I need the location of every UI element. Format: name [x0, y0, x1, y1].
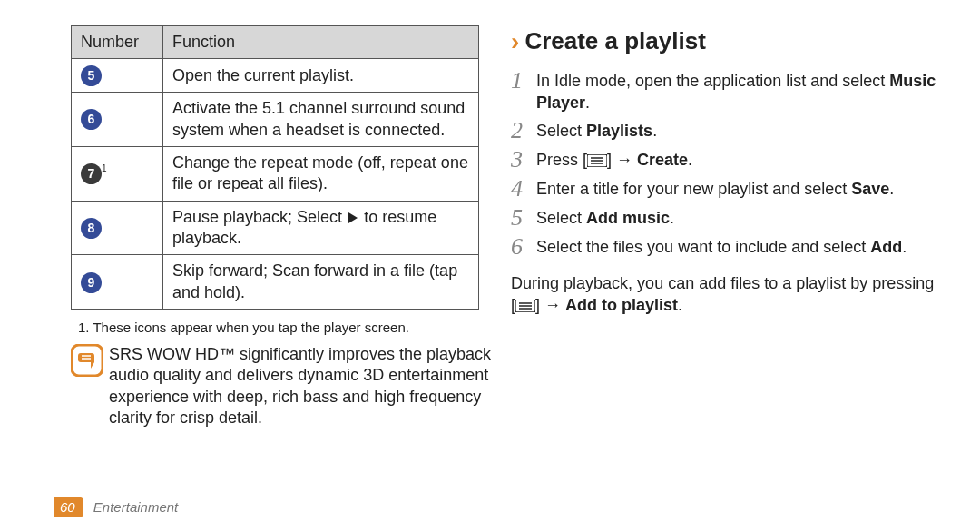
number-circle-icon: 5	[81, 65, 102, 86]
step-number: 3	[511, 148, 536, 172]
row-number-cell: 71	[72, 146, 163, 201]
step-text: Press [] → Create.	[536, 148, 942, 171]
step-number: 5	[511, 206, 536, 230]
step-number: 4	[511, 177, 536, 201]
step-item: 4Enter a title for your new playlist and…	[511, 177, 942, 201]
content-columns: Number Function 5Open the current playli…	[71, 25, 942, 429]
step-text: Select Add music.	[536, 206, 942, 229]
step-text: Select the files you want to include and…	[536, 235, 942, 258]
step-text: Enter a title for your new playlist and …	[536, 177, 942, 200]
step-number: 1	[511, 69, 536, 93]
row-number-cell: 8	[72, 201, 163, 255]
step-text: Select Playlists.	[536, 119, 942, 142]
chevron-right-icon: ›	[511, 25, 519, 58]
table-row: 8Pause playback; Select to resume playba…	[72, 201, 479, 255]
row-function-cell: Skip forward; Scan forward in a file (ta…	[163, 255, 479, 310]
row-function-cell: Activate the 5.1 channel surround sound …	[163, 93, 479, 147]
after-steps-text: During playback, you can add files to a …	[511, 273, 942, 316]
number-circle-icon: 8	[81, 218, 102, 239]
note-icon	[71, 344, 103, 377]
number-circle-icon: 9	[81, 272, 102, 293]
header-number: Number	[72, 26, 163, 59]
table-row: 6Activate the 5.1 channel surround sound…	[72, 93, 479, 147]
row-number-cell: 6	[72, 93, 163, 147]
document-page: Number Function 5Open the current playli…	[0, 0, 980, 532]
section-title: › Create a playlist	[511, 25, 942, 58]
function-table: Number Function 5Open the current playli…	[71, 25, 479, 310]
number-circle-icon: 7	[81, 163, 102, 184]
step-item: 6Select the files you want to include an…	[511, 235, 942, 259]
step-number: 6	[511, 235, 536, 259]
footnote-ref: 1	[102, 163, 107, 173]
header-function: Function	[163, 26, 479, 59]
page-footer: 60 Entertainment	[54, 497, 178, 518]
row-function-cell: Open the current playlist.	[163, 59, 479, 93]
step-item: 2Select Playlists.	[511, 119, 942, 143]
step-number: 2	[511, 119, 536, 143]
note-text: SRS WOW HD™ significantly improves the p…	[109, 344, 493, 429]
right-column: › Create a playlist 1In Idle mode, open …	[511, 25, 942, 429]
footnote: 1. These icons appear when you tap the p…	[78, 319, 493, 337]
table-header-row: Number Function	[72, 26, 479, 59]
number-circle-icon: 6	[81, 109, 102, 130]
step-item: 1In Idle mode, open the application list…	[511, 69, 942, 113]
row-number-cell: 5	[72, 59, 163, 93]
table-row: 9Skip forward; Scan forward in a file (t…	[72, 255, 479, 310]
step-item: 3Press [] → Create.	[511, 148, 942, 172]
table-row: 5Open the current playlist.	[72, 59, 479, 93]
step-item: 5Select Add music.	[511, 206, 942, 230]
table-row: 71Change the repeat mode (off, repeat on…	[72, 146, 479, 201]
note-row: SRS WOW HD™ significantly improves the p…	[71, 344, 493, 429]
page-number: 60	[54, 497, 83, 518]
svg-marker-0	[348, 212, 358, 223]
row-function-cell: Pause playback; Select to resume playbac…	[163, 201, 479, 255]
row-function-cell: Change the repeat mode (off, repeat one …	[163, 146, 479, 201]
footer-section: Entertainment	[93, 499, 178, 515]
step-text: In Idle mode, open the application list …	[536, 69, 942, 113]
left-column: Number Function 5Open the current playli…	[71, 25, 493, 429]
row-number-cell: 9	[72, 255, 163, 310]
section-title-text: Create a playlist	[524, 26, 705, 57]
